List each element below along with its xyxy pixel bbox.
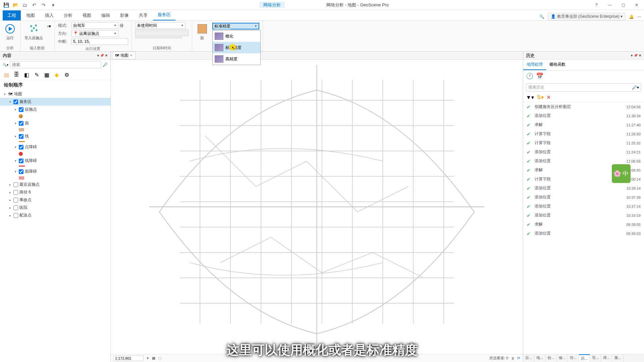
history-item[interactable]: ✔计算字段11:26:00 — [523, 129, 644, 138]
expand-icon[interactable]: ▾ — [13, 145, 17, 149]
layer-checkbox[interactable] — [13, 100, 18, 104]
precision-dropdown[interactable]: 标准精度 ▼ 概化 标准精度 ↖ — [212, 23, 259, 29]
layer-checkbox[interactable] — [13, 190, 18, 195]
ime-badge[interactable]: 🌸 中 — [612, 164, 631, 183]
bottom-tab[interactable]: 符... — [568, 354, 579, 362]
toc-symbol[interactable] — [0, 165, 110, 168]
tab-project[interactable]: 工程 — [3, 10, 21, 20]
layer-checkbox[interactable] — [19, 121, 23, 126]
history-item[interactable]: ✔添加位置10:37:39 — [523, 193, 644, 202]
import-facilities-button[interactable]: 导入设施点 — [24, 22, 44, 41]
scale-input[interactable] — [113, 356, 144, 361]
history-item[interactable]: ✔添加位置10:33:19 — [523, 211, 644, 220]
expand-icon[interactable]: ▸ — [8, 191, 12, 194]
expand-map[interactable]: ▾ — [3, 93, 7, 96]
toc-layer[interactable]: ▸事故点 — [0, 196, 110, 204]
cutoffs-input[interactable] — [71, 38, 128, 45]
history-search-icon[interactable]: 🔎▾ — [632, 85, 639, 90]
bottom-tab[interactable]: 弹... — [601, 354, 612, 362]
barriers-icon-1[interactable]: ▫▾ — [47, 23, 51, 29]
toc-symbol[interactable] — [0, 127, 110, 132]
tab-insert[interactable]: 插入 — [40, 10, 58, 20]
tab-analysis[interactable]: 分析 — [59, 10, 77, 20]
list-by-selection-icon[interactable]: ◧ — [23, 71, 30, 78]
tab-view[interactable]: 视图 — [78, 10, 96, 20]
toc-layer[interactable]: ▸最近设施点 — [0, 181, 110, 188]
minimize-icon[interactable]: — — [605, 1, 614, 9]
map-tab-close-icon[interactable]: ✕ — [130, 54, 132, 57]
history-clock-icon[interactable]: 🕐 — [526, 72, 533, 80]
context-tab[interactable]: 网络分析 — [259, 2, 285, 8]
tab-service-area[interactable]: 服务区 — [153, 10, 175, 20]
history-item[interactable]: ✔添加位置10:39:14 — [523, 184, 644, 193]
layer-checkbox[interactable] — [19, 169, 23, 174]
history-item[interactable]: ✔创建服务区分析图层12:04:56 — [523, 102, 644, 111]
history-calendar-icon[interactable]: 📅 — [536, 72, 543, 80]
toc-sublayer[interactable]: ▾线 — [0, 132, 110, 140]
toc-symbol[interactable] — [0, 175, 110, 181]
expand-icon[interactable]: ▾ — [13, 108, 17, 111]
help-icon[interactable]: ? — [592, 1, 601, 9]
bottom-tab[interactable]: 修... — [557, 354, 568, 362]
bottom-tab[interactable]: 属... — [612, 354, 623, 362]
toc-sublayer[interactable]: ▾设施点 — [0, 106, 110, 113]
list-by-snap-icon[interactable]: ▦ — [43, 71, 50, 78]
toc-symbol[interactable] — [0, 140, 110, 143]
portal-chip[interactable]: 👤 教育事业部 (GeoScene Enterprise) ▾ — [548, 13, 626, 20]
undo-icon[interactable]: ↶ — [31, 2, 38, 8]
history-item[interactable]: ✔添加位置10:37:14 — [523, 202, 644, 211]
precision-option-standard[interactable]: 标准精度 ↖ — [213, 42, 260, 53]
tab-geoprocessing[interactable]: 地理处理 — [523, 60, 546, 70]
open-icon[interactable]: 📂 — [12, 2, 19, 8]
history-search[interactable]: 搜索历史 🔎▾ — [526, 83, 641, 92]
layer-checkbox[interactable] — [19, 134, 23, 139]
status-tool-icon-1[interactable]: ▦ — [152, 356, 155, 360]
layer-checkbox[interactable] — [19, 107, 23, 112]
expand-icon[interactable]: ▾ — [8, 100, 12, 104]
history-item[interactable]: ✔求解09:39:05 — [523, 220, 644, 229]
bottom-tab[interactable]: 导... — [590, 354, 601, 362]
list-by-source-icon[interactable]: 🗄 — [13, 71, 20, 78]
pause-icon[interactable]: ⏸ — [511, 356, 515, 360]
clear-icon[interactable]: ✕ — [546, 94, 551, 101]
toc-sublayer[interactable]: ▾面 — [0, 119, 110, 127]
qat-more-icon[interactable]: ▾ — [50, 2, 56, 8]
toc-symbol[interactable] — [0, 151, 110, 157]
redo-icon[interactable]: ↷ — [40, 2, 47, 8]
toc-service-area[interactable]: ▾服务区 — [0, 98, 110, 106]
mode-dropdown[interactable]: 自驾车▼ — [71, 22, 118, 29]
history-item[interactable]: ✔添加位置09:38:03 — [523, 229, 644, 238]
history-item[interactable]: ✔求解11:27:40 — [523, 120, 644, 129]
bottom-tab[interactable]: 目... — [523, 354, 534, 362]
list-by-drawing-icon[interactable]: ▤ — [3, 71, 10, 78]
save-icon[interactable]: 💾 — [3, 2, 9, 8]
toc-sublayer[interactable]: ▾线障碍 — [0, 157, 110, 165]
maximize-icon[interactable]: ▢ — [619, 1, 628, 9]
bottom-tab[interactable]: 地... — [534, 354, 545, 362]
status-tool-icon-2[interactable]: ⬚ — [158, 356, 161, 360]
notifications-icon[interactable]: 🔔 — [629, 14, 634, 19]
list-by-edit-icon[interactable]: ✎ — [33, 71, 40, 78]
scale-dropdown-icon[interactable]: ▼ — [146, 357, 149, 360]
toc-layer[interactable]: ▸配送点 — [0, 212, 110, 219]
contents-search-input[interactable] — [10, 61, 101, 68]
precision-option-high[interactable]: 高精度 — [213, 53, 260, 65]
expand-icon[interactable]: ▾ — [13, 122, 17, 125]
more-icon[interactable]: ⋯ — [637, 14, 641, 19]
direction-dropdown[interactable]: 📍 远离设施点▼ — [71, 30, 118, 37]
refresh-icon[interactable]: ⟳ — [517, 356, 520, 360]
sort-icon[interactable]: ⇅▾ — [537, 94, 544, 101]
close-icon[interactable]: ✕ — [632, 1, 641, 9]
toc-layer[interactable]: ▸医院 — [0, 204, 110, 212]
tab-raster-functions[interactable]: 栅格函数 — [546, 60, 569, 70]
search-icon[interactable]: 🔍 — [539, 14, 544, 19]
list-by-label-icon[interactable]: ◆ — [53, 71, 60, 78]
tab-map[interactable]: 地图 — [21, 10, 40, 20]
history-item[interactable]: ✔计算字段11:25:32 — [523, 138, 644, 147]
layer-checkbox[interactable] — [19, 159, 23, 163]
expand-icon[interactable]: ▸ — [8, 214, 12, 217]
search-go-icon[interactable]: 🔎 — [103, 62, 108, 67]
layer-checkbox[interactable] — [13, 198, 18, 202]
panel-menu-icon[interactable]: ▾ 📌 ✕ — [97, 54, 108, 57]
map-view[interactable] — [111, 60, 523, 354]
